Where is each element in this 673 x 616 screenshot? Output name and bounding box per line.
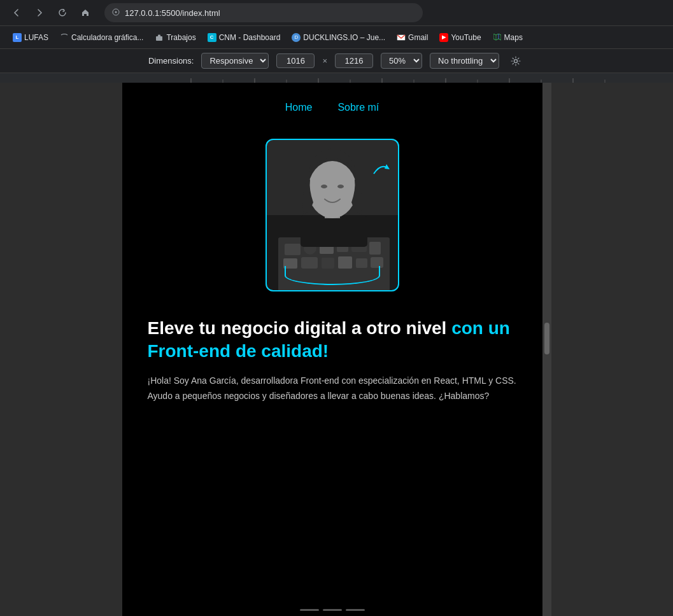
decoration-arrow	[371, 158, 390, 180]
address-bar[interactable]: 127.0.0.1:5500/index.html	[104, 3, 423, 22]
maps-icon	[493, 33, 502, 42]
nav-sobre-mi[interactable]: Sobre mí	[337, 102, 379, 113]
youtube-icon: ▶	[439, 33, 448, 42]
bottom-bar	[295, 604, 370, 616]
site-preview: Home Sobre mí	[122, 83, 542, 616]
reload-button[interactable]	[53, 4, 71, 22]
calc-icon	[60, 33, 69, 42]
nav-buttons	[8, 4, 94, 22]
bookmark-lufas[interactable]: L LUFAS	[8, 31, 53, 45]
svg-rect-2	[156, 36, 162, 41]
bookmark-youtube-label: YouTube	[451, 33, 481, 42]
bottom-line-3	[346, 609, 365, 611]
bookmarks-bar: L LUFAS Calculadora gráfica... Trabajos …	[0, 25, 673, 48]
bookmark-cnm-label: CNM - Dashboard	[219, 33, 281, 42]
bottom-line-2	[323, 609, 342, 611]
bookmark-cnm[interactable]: C CNM - Dashboard	[202, 31, 286, 45]
svg-point-1	[115, 11, 117, 13]
bookmark-trabajos[interactable]: Trabajos	[150, 31, 201, 45]
devtools-bar: Dimensions: Responsive × 50% No throttli…	[0, 48, 673, 73]
throttle-select[interactable]: No throttling	[430, 53, 499, 69]
bookmark-gmail[interactable]: Gmail	[392, 31, 433, 45]
settings-icon[interactable]	[507, 52, 525, 70]
svg-rect-7	[0, 73, 673, 83]
svg-point-6	[514, 59, 518, 62]
back-button[interactable]	[8, 4, 25, 22]
decoration-arc	[285, 266, 380, 285]
right-padding	[551, 83, 674, 616]
bookmark-gmail-label: Gmail	[408, 33, 428, 42]
width-input[interactable]	[276, 53, 315, 68]
lock-icon	[112, 8, 120, 18]
zoom-select[interactable]: 50%	[381, 53, 422, 69]
hero-title: Eleve tu negocio digital a otro nivel co…	[148, 317, 517, 363]
bookmark-ducklings[interactable]: D DUCKLINGS.IO – Jue...	[287, 31, 390, 45]
browser-chrome: 127.0.0.1:5500/index.html L LUFAS Calcul…	[0, 0, 673, 73]
hero-title-part1: Eleve tu negocio digital a otro nivel	[148, 318, 452, 338]
ruler	[0, 73, 673, 83]
right-scrollbar[interactable]	[542, 83, 551, 616]
duck-icon: D	[292, 33, 301, 42]
lufas-icon: L	[13, 33, 22, 42]
bookmark-maps-label: Maps	[504, 33, 523, 42]
scroll-thumb	[544, 323, 549, 354]
cnm-icon: C	[208, 33, 216, 42]
bookmark-lufas-label: LUFAS	[24, 33, 48, 42]
viewport-wrapper: Home Sobre mí	[0, 83, 673, 616]
bookmark-youtube[interactable]: ▶ YouTube	[434, 31, 486, 45]
bookmark-calculadora[interactable]: Calculadora gráfica...	[55, 31, 148, 45]
url-text: 127.0.0.1:5500/index.html	[125, 8, 220, 18]
profile-frame	[266, 139, 399, 291]
bookmark-duck-label: DUCKLINGS.IO – Jue...	[303, 33, 385, 42]
bookmark-calc-label: Calculadora gráfica...	[71, 33, 143, 42]
home-button[interactable]	[76, 4, 94, 22]
gmail-icon	[397, 33, 406, 42]
dimension-separator: ×	[322, 56, 327, 66]
nav-home[interactable]: Home	[285, 102, 313, 113]
height-input[interactable]	[335, 53, 373, 68]
bookmark-trabajos-label: Trabajos	[166, 33, 195, 42]
forward-button[interactable]	[31, 4, 48, 22]
trabajos-icon	[155, 33, 164, 42]
bookmark-maps[interactable]: Maps	[488, 31, 528, 45]
left-padding	[0, 83, 122, 616]
hero-text: Eleve tu negocio digital a otro nivel co…	[122, 304, 542, 416]
bottom-line-1	[300, 609, 319, 611]
dimensions-label: Dimensions:	[148, 56, 194, 66]
responsive-select[interactable]: Responsive	[201, 53, 269, 69]
hero-description: ¡Hola! Soy Ana García, desarrolladora Fr…	[148, 374, 517, 404]
site-nav: Home Sobre mí	[122, 83, 542, 126]
svg-marker-3	[493, 34, 501, 40]
profile-container	[122, 126, 542, 304]
title-bar: 127.0.0.1:5500/index.html	[0, 0, 673, 25]
